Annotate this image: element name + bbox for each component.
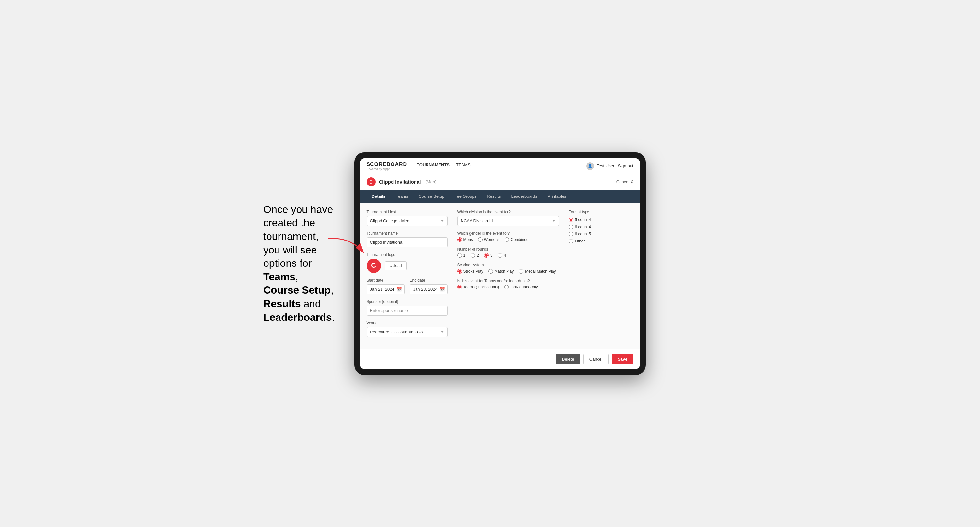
scoring-stroke-option[interactable]: Stroke Play: [457, 269, 483, 273]
format-other-label: Other: [575, 239, 585, 243]
start-date-label: Start date: [367, 278, 404, 283]
arrow-icon: [325, 235, 367, 258]
division-group: Which division is the event for? NCAA Di…: [457, 210, 559, 226]
scoring-stroke-label: Stroke Play: [463, 269, 483, 273]
venue-select[interactable]: Peachtree GC - Atlanta - GA: [367, 327, 447, 337]
rounds-3-radio[interactable]: [484, 253, 489, 258]
end-date-label: End date: [410, 278, 447, 283]
scoring-medal-radio[interactable]: [519, 269, 523, 273]
start-date-wrapper: 📅: [367, 284, 404, 294]
tournament-name-input[interactable]: [367, 237, 447, 247]
gender-combined-label: Combined: [511, 237, 528, 242]
tournament-icon: C: [367, 178, 375, 186]
rounds-1-radio[interactable]: [457, 253, 462, 258]
gender-mens-label: Mens: [463, 237, 473, 242]
tab-printables[interactable]: Printables: [542, 190, 572, 203]
logo-upload-area: C Upload: [367, 259, 447, 273]
individuals-only-option[interactable]: Individuals Only: [504, 285, 538, 289]
bold-course-setup: Course Setup: [263, 284, 331, 296]
scoring-match-label: Match Play: [495, 269, 514, 273]
individuals-only-label: Individuals Only: [511, 285, 538, 289]
bold-leaderboards: Leaderboards: [263, 311, 332, 323]
save-button[interactable]: Save: [612, 354, 633, 365]
col-left: Tournament Host Clippd College - Men Tou…: [367, 210, 457, 342]
tab-course-setup[interactable]: Course Setup: [413, 190, 450, 203]
rounds-3-option[interactable]: 3: [484, 253, 493, 258]
individuals-only-radio[interactable]: [504, 285, 509, 289]
cancel-button[interactable]: Cancel: [583, 354, 609, 365]
delete-button[interactable]: Delete: [556, 354, 580, 365]
nav-teams[interactable]: TEAMS: [456, 162, 471, 169]
scoring-radio-group: Stroke Play Match Play Medal Match Play: [457, 269, 559, 273]
tablet-frame: SCOREBOARD Powered by clippd TOURNAMENTS…: [354, 152, 646, 375]
gender-womens-label: Womens: [484, 237, 500, 242]
tournament-host-label: Tournament Host: [367, 210, 447, 214]
tournament-subtitle: (Men): [426, 179, 437, 184]
side-text-block: Once you have created the tournament, yo…: [263, 203, 335, 324]
teams-radio-group: Teams (+Individuals) Individuals Only: [457, 285, 559, 289]
sponsor-label: Sponsor (optional): [367, 300, 447, 304]
nav-tournaments[interactable]: TOURNAMENTS: [417, 162, 450, 169]
format-other-radio[interactable]: [569, 239, 573, 243]
tab-details[interactable]: Details: [367, 190, 391, 203]
gender-mens-option[interactable]: Mens: [457, 237, 473, 242]
sponsor-input[interactable]: [367, 306, 447, 316]
venue-group: Venue Peachtree GC - Atlanta - GA: [367, 321, 447, 337]
scoring-stroke-radio[interactable]: [457, 269, 462, 273]
teams-plus-radio[interactable]: [457, 285, 462, 289]
gender-combined-radio[interactable]: [504, 237, 509, 242]
rounds-3-label: 3: [490, 253, 493, 258]
rounds-group: Number of rounds 1 2: [457, 247, 559, 258]
sponsor-group: Sponsor (optional): [367, 300, 447, 316]
rounds-2-radio[interactable]: [471, 253, 475, 258]
teams-plus-individuals-option[interactable]: Teams (+Individuals): [457, 285, 499, 289]
user-label[interactable]: Test User | Sign out: [597, 163, 633, 168]
scoring-group: Scoring system Stroke Play Match Play: [457, 263, 559, 273]
tab-results[interactable]: Results: [482, 190, 506, 203]
tablet-screen: SCOREBOARD Powered by clippd TOURNAMENTS…: [360, 158, 640, 369]
venue-label: Venue: [367, 321, 447, 325]
scoring-label: Scoring system: [457, 263, 559, 267]
format-6count4-label: 6 count 4: [575, 225, 591, 229]
format-6count5-option[interactable]: 6 count 5: [569, 232, 633, 236]
teams-individuals-label: Is this event for Teams and/or Individua…: [457, 279, 559, 283]
format-5count4-option[interactable]: 5 count 4: [569, 217, 633, 222]
date-row: Start date 📅 End date 📅: [367, 278, 447, 294]
end-date-icon: 📅: [440, 287, 445, 292]
bold-results: Results: [263, 298, 301, 310]
tournament-host-select[interactable]: Clippd College - Men: [367, 216, 447, 226]
tab-tee-groups[interactable]: Tee Groups: [450, 190, 482, 203]
scoring-medal-option[interactable]: Medal Match Play: [519, 269, 556, 273]
rounds-1-label: 1: [463, 253, 466, 258]
format-6count5-label: 6 count 5: [575, 232, 591, 236]
rounds-4-option[interactable]: 4: [498, 253, 506, 258]
format-6count5-radio[interactable]: [569, 232, 573, 236]
tournament-name-group: Tournament name: [367, 231, 447, 247]
rounds-1-option[interactable]: 1: [457, 253, 466, 258]
start-date-field: Start date 📅: [367, 278, 404, 294]
logo-area: SCOREBOARD Powered by clippd: [367, 162, 407, 171]
gender-womens-radio[interactable]: [478, 237, 482, 242]
tab-teams[interactable]: Teams: [391, 190, 413, 203]
gender-group: Which gender is the event for? Mens Wome…: [457, 231, 559, 242]
rounds-2-label: 2: [477, 253, 479, 258]
rounds-2-option[interactable]: 2: [471, 253, 479, 258]
format-other-option[interactable]: Other: [569, 239, 633, 243]
format-6count4-radio[interactable]: [569, 225, 573, 229]
cancel-top-button[interactable]: Cancel X: [616, 179, 633, 184]
gender-combined-option[interactable]: Combined: [504, 237, 528, 242]
tabs-bar: Details Teams Course Setup Tee Groups Re…: [360, 190, 640, 203]
gender-womens-option[interactable]: Womens: [478, 237, 500, 242]
tab-leaderboards[interactable]: Leaderboards: [506, 190, 542, 203]
gender-mens-radio[interactable]: [457, 237, 462, 242]
scoring-match-option[interactable]: Match Play: [488, 269, 514, 273]
format-6count4-option[interactable]: 6 count 4: [569, 225, 633, 229]
format-5count4-radio[interactable]: [569, 217, 573, 222]
scoring-match-radio[interactable]: [488, 269, 493, 273]
division-select[interactable]: NCAA Division III: [457, 216, 559, 226]
scoring-medal-label: Medal Match Play: [525, 269, 556, 273]
nav-links: TOURNAMENTS TEAMS: [417, 162, 586, 169]
upload-button[interactable]: Upload: [385, 261, 407, 270]
rounds-4-radio[interactable]: [498, 253, 502, 258]
division-label: Which division is the event for?: [457, 210, 559, 214]
